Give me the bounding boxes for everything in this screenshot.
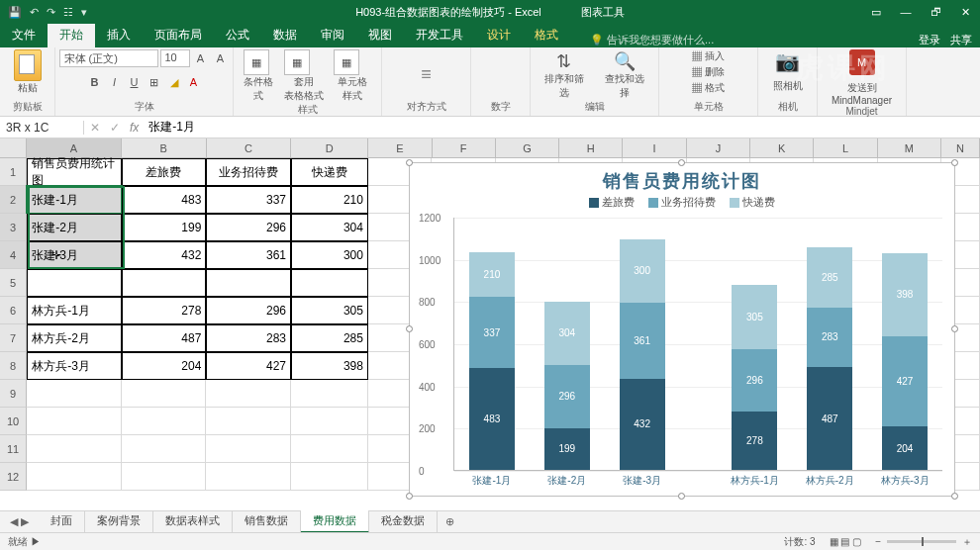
sheet-tab[interactable]: 费用数据 [301,510,369,533]
sheet-nav[interactable]: ◀ ▶ [0,515,39,528]
chart-plot-area[interactable]: 020040060080010001200483337210张建-1月19929… [453,218,942,471]
cell[interactable] [27,463,121,491]
cell[interactable]: 业务招待费 [206,158,291,186]
grow-font-icon[interactable]: A [192,49,210,67]
italic-button[interactable]: I [106,73,124,91]
cell[interactable]: 林方兵-1月 [27,297,121,324]
cell[interactable]: 210 [291,186,368,214]
row-header[interactable]: 12 [0,463,27,491]
bar-group[interactable]: 199296304张建-2月 [530,218,605,470]
format-cells-button[interactable]: ▦ [692,82,705,93]
bar-group[interactable] [680,218,718,470]
add-sheet-button[interactable]: ⊕ [438,515,462,528]
cell[interactable]: 张建-3月 ✛ [27,241,121,269]
col-header-B[interactable]: B [122,138,207,157]
cell[interactable] [27,269,121,297]
chart-title[interactable]: 销售员费用统计图 [410,163,954,195]
cond-format-icon[interactable]: ▦ [244,49,269,75]
cell[interactable] [122,463,207,491]
bar-segment[interactable]: 300 [620,239,665,303]
cell[interactable]: 296 [206,214,291,241]
fill-color-icon[interactable]: ◢ [165,73,183,91]
cell[interactable] [122,408,207,435]
col-header-I[interactable]: I [623,138,686,157]
row-header[interactable]: 8 [0,352,27,380]
shrink-font-icon[interactable]: A [212,49,230,67]
qa-dd-icon[interactable]: ▾ [81,6,87,19]
font-size-select[interactable]: 10 [160,49,190,67]
cell[interactable] [122,380,207,408]
table-format-icon[interactable]: ▦ [284,49,310,75]
bold-button[interactable]: B [86,73,104,91]
find-select-icon[interactable]: 🔍 [602,50,649,72]
undo-icon[interactable]: ↶ [30,6,39,19]
col-header-M[interactable]: M [878,138,941,157]
chart-object[interactable]: 销售员费用统计图 差旅费业务招待费快递费 0200400600800100012… [409,162,955,497]
sheet-tab[interactable]: 数据表样式 [153,510,233,533]
cell[interactable]: 337 [206,186,291,214]
login-link[interactable]: 登录 [919,33,940,47]
cell[interactable]: 285 [291,324,368,352]
col-header-N[interactable]: N [941,138,980,157]
row-header[interactable]: 11 [0,435,27,463]
cell[interactable] [206,269,291,297]
enter-icon[interactable]: ✓ [110,121,120,135]
bar-segment[interactable]: 296 [732,349,777,412]
tab-layout[interactable]: 页面布局 [143,23,214,47]
sheet-tab[interactable]: 税金数据 [369,510,438,533]
view-buttons[interactable]: ▦ ▤ ▢ [830,536,862,547]
cell[interactable] [27,435,121,463]
bar-group[interactable]: 204427398林方兵-3月 [867,218,942,470]
tab-data[interactable]: 数据 [261,23,309,47]
bar-segment[interactable]: 361 [620,303,665,379]
font-color-icon[interactable]: A [185,73,203,91]
sheet-tab[interactable]: 案例背景 [85,510,153,533]
bar-segment[interactable]: 304 [544,302,590,366]
cell[interactable]: 张建-1月 [27,186,121,214]
minimize-icon[interactable]: — [891,6,921,19]
cell[interactable]: 398 [291,352,368,380]
cell[interactable]: 204 [122,352,207,380]
bar-segment[interactable]: 398 [882,253,928,337]
cell[interactable] [206,380,291,408]
chart-legend[interactable]: 差旅费业务招待费快递费 [410,195,954,214]
paste-icon[interactable] [14,49,42,81]
zoom-slider[interactable] [887,540,956,543]
col-header-J[interactable]: J [687,138,750,157]
bar-group[interactable]: 432361300张建-3月 [605,218,680,470]
cell[interactable]: 278 [122,297,207,324]
col-header-D[interactable]: D [291,138,368,157]
cell[interactable]: 432 [122,241,207,269]
select-all-corner[interactable] [0,138,27,157]
cell[interactable]: 林方兵-2月 [27,324,121,352]
cell[interactable]: 305 [291,297,368,324]
cell[interactable]: 304 [291,214,368,241]
bar-segment[interactable]: 427 [882,336,928,426]
row-header[interactable]: 7 [0,324,27,352]
zoom-out-button[interactable]: − [875,536,881,547]
legend-item[interactable]: 业务招待费 [648,195,716,210]
tab-view[interactable]: 视图 [356,23,404,47]
bar-group[interactable]: 483337210张建-1月 [454,218,530,470]
row-header[interactable]: 3 [0,214,27,241]
cell[interactable]: 销售员费用统计图 [27,158,121,186]
underline-button[interactable]: U [126,73,144,91]
cell[interactable]: 427 [206,352,291,380]
cell[interactable] [27,380,121,408]
bar-segment[interactable]: 337 [469,297,515,368]
tab-formula[interactable]: 公式 [214,23,261,47]
redo-icon[interactable]: ↷ [47,6,55,19]
cell[interactable]: 差旅费 [122,158,207,186]
cell[interactable] [206,435,291,463]
col-header-F[interactable]: F [433,138,496,157]
zoom-in-button[interactable]: ＋ [962,535,972,549]
bar-segment[interactable]: 305 [732,285,777,349]
cell[interactable] [122,269,207,297]
cell[interactable]: 林方兵-3月 [27,352,121,380]
fx-icon[interactable]: fx [130,121,139,135]
row-header[interactable]: 10 [0,408,27,435]
cancel-icon[interactable]: ✕ [90,121,100,135]
cell[interactable]: 361 [206,241,291,269]
cell[interactable]: 199 [122,214,207,241]
cell[interactable]: 张建-2月 [27,214,121,241]
